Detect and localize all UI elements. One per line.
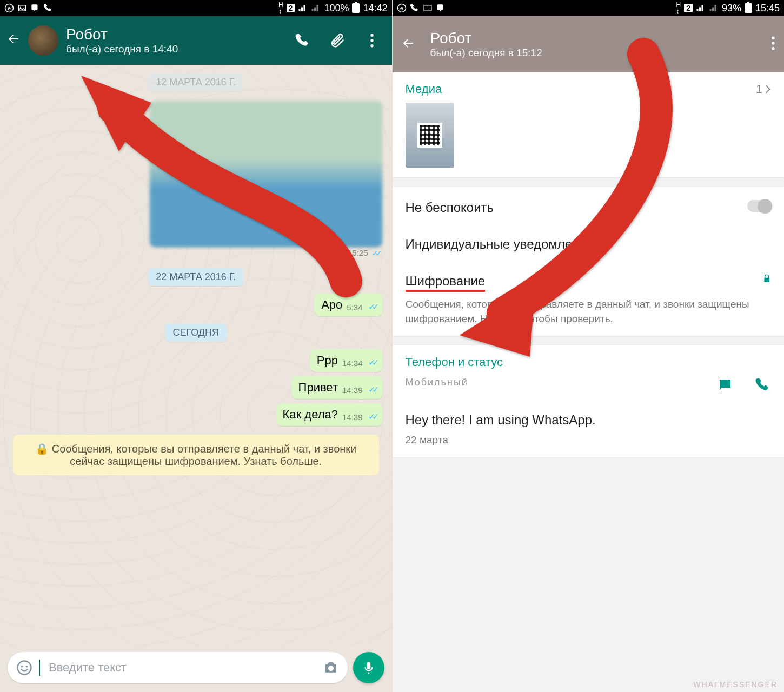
battery-icon <box>352 3 360 13</box>
signal-icon-2 <box>709 3 719 13</box>
viber-icon <box>436 3 446 13</box>
phone-status-icon <box>410 3 420 13</box>
about-text: Hey there! I am using WhatsApp. <box>406 409 772 431</box>
qr-thumb <box>417 123 442 148</box>
media-count: 1 <box>756 82 762 96</box>
svg-point-8 <box>21 666 23 668</box>
svg-rect-13 <box>424 5 431 11</box>
encryption-desc: Сообщения, которые вы отправляете в данн… <box>406 297 754 326</box>
lock-icon: 🔒 <box>35 443 52 455</box>
contact-title: Робот был(-а) сегодня в 15:12 <box>430 30 756 59</box>
last-seen: был(-а) сегодня в 14:40 <box>66 43 286 55</box>
contact-title[interactable]: Робот был(-а) сегодня в 14:40 <box>66 26 286 55</box>
message-bubble[interactable]: Ppp 14:34 ✓✓ <box>310 349 382 372</box>
svg-point-10 <box>328 666 334 671</box>
back-icon[interactable] <box>401 36 415 52</box>
camera-icon[interactable] <box>323 660 339 676</box>
chat-header[interactable]: Робот был(-а) сегодня в 14:40 <box>0 16 392 65</box>
message-bubble[interactable]: Привет 14:39 ✓✓ <box>292 376 382 399</box>
media-card[interactable]: Медиа 1 <box>393 72 785 177</box>
dnd-row[interactable]: Не беспокоить <box>406 197 772 218</box>
text-cursor <box>39 660 40 676</box>
svg-text:e: e <box>400 5 403 11</box>
message-input[interactable] <box>49 661 316 675</box>
message-input-box[interactable] <box>8 652 348 683</box>
sim-indicator: 2 <box>684 4 693 12</box>
svg-point-6 <box>370 44 373 47</box>
call-action-icon[interactable] <box>755 377 771 393</box>
watermark: WHATMESSENGER <box>693 680 778 689</box>
notice-text: Сообщения, которые вы отправляете в данн… <box>52 443 357 467</box>
menu-icon[interactable] <box>363 31 381 50</box>
message-time: 14:34 <box>342 358 363 368</box>
read-ticks-icon: ✓✓ <box>368 357 376 368</box>
read-ticks-icon: ✓✓ <box>371 248 379 258</box>
left-screenshot: e H↕ 2 100% 14:42 Робот был(-а) сегодня … <box>0 0 393 692</box>
e-icon: e <box>397 3 407 13</box>
map-message[interactable] <box>150 101 382 247</box>
image-icon <box>423 3 433 13</box>
call-icon[interactable] <box>294 31 312 50</box>
read-ticks-icon: ✓✓ <box>368 384 376 395</box>
contact-name: Робот <box>430 30 756 47</box>
battery-icon <box>745 3 752 13</box>
last-seen: был(-а) сегодня в 15:12 <box>430 47 756 59</box>
about-date: 22 марта <box>406 433 772 448</box>
svg-text:e: e <box>8 5 11 11</box>
svg-point-14 <box>772 37 774 39</box>
emoji-icon[interactable] <box>16 660 32 676</box>
message-icon[interactable] <box>717 377 733 393</box>
contact-info-body: Медиа 1 Не беспокоить Индивидуальные уве… <box>393 72 785 692</box>
back-icon[interactable] <box>6 32 21 50</box>
message-text: Привет <box>298 381 338 395</box>
media-label: Медиа <box>406 82 442 96</box>
mic-button[interactable] <box>353 652 384 683</box>
settings-card: Не беспокоить Индивидуальные уведомления… <box>393 187 785 336</box>
date-chip: 22 МАРТА 2016 Г. <box>148 268 243 286</box>
read-ticks-icon: ✓✓ <box>368 302 376 312</box>
attach-icon[interactable] <box>328 31 347 50</box>
svg-point-16 <box>772 47 774 50</box>
chat-area: 12 МАРТА 2016 Г. 15:25✓✓ 22 МАРТА 2016 Г… <box>0 65 392 647</box>
svg-point-4 <box>370 34 373 37</box>
svg-point-5 <box>370 39 373 42</box>
image-icon <box>17 3 27 13</box>
message-time: 5:34 <box>347 303 362 312</box>
right-screenshot: e H↕ 2 93% 15:45 Робот был(-а) сегодня в… <box>393 0 785 692</box>
dnd-label: Не беспокоить <box>406 200 494 215</box>
map-time: 15:25 <box>348 248 368 258</box>
battery-pct: 93% <box>722 3 741 14</box>
date-chip: 12 МАРТА 2016 Г. <box>148 74 243 91</box>
contact-info-header: Робот был(-а) сегодня в 15:12 <box>393 16 785 72</box>
dnd-toggle[interactable] <box>747 200 771 212</box>
svg-point-7 <box>18 661 31 675</box>
custom-notif-row[interactable]: Индивидуальные уведомления <box>406 234 772 255</box>
read-ticks-icon: ✓✓ <box>368 411 376 422</box>
media-thumbnail[interactable] <box>406 103 454 168</box>
message-text: Как дела? <box>283 408 338 422</box>
viber-icon <box>30 3 40 13</box>
message-bubble[interactable]: Аро 5:34 ✓✓ <box>315 294 382 316</box>
message-time: 14:39 <box>342 412 363 422</box>
message-bubble[interactable]: Как дела? 14:39 ✓✓ <box>276 403 382 426</box>
contact-name: Робот <box>66 26 286 43</box>
signal-icon-2 <box>311 3 321 13</box>
sim-indicator: 2 <box>287 4 295 12</box>
phone-label: Мобильный <box>406 377 468 388</box>
phone-status-card: Телефон и статус Мобильный Hey there! I … <box>393 345 785 457</box>
e-icon: e <box>4 3 14 13</box>
status-bar: e H↕ 2 100% 14:42 <box>0 0 392 16</box>
lock-icon <box>762 270 771 287</box>
avatar[interactable] <box>28 25 58 56</box>
phone-status-icon <box>43 3 53 13</box>
encryption-title: Шифрование <box>406 274 486 292</box>
message-text: Ppp <box>317 354 338 368</box>
encryption-notice[interactable]: 🔒 Сообщения, которые вы отправляете в да… <box>13 435 379 475</box>
status-bar: e H↕ 2 93% 15:45 <box>393 0 785 16</box>
menu-icon[interactable] <box>771 36 775 52</box>
encryption-row[interactable]: Шифрование Сообщения, которые вы отправл… <box>406 270 772 326</box>
input-row <box>0 647 392 692</box>
signal-icon <box>298 3 308 13</box>
message-time: 14:39 <box>342 385 363 395</box>
clock: 14:42 <box>363 3 387 14</box>
